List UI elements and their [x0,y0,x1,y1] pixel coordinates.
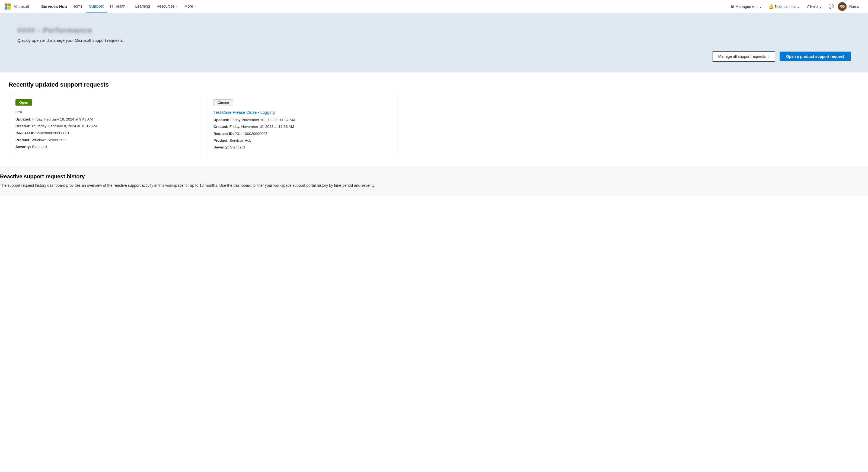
card-severity-2: Severity: Standard [214,145,392,150]
nav-links: Home Support IT Health ⌄ Learning Resour… [69,0,728,13]
hero-subtitle: Quickly open and manage your Microsoft s… [18,38,850,42]
card-updated-1: Updated: Friday, February 16, 2024 at 9:… [16,117,193,122]
resources-chevron-icon: ⌄ [176,5,178,8]
nav-resources[interactable]: Resources ⌄ [153,0,181,13]
app-name[interactable]: Services Hub [41,4,67,9]
card-created-2: Created: Friday, November 10, 2023 at 11… [214,124,392,129]
notifications-chevron-icon: ⌄ [797,4,800,9]
open-support-request-button[interactable]: Open a product support request [780,52,850,61]
nav-management[interactable]: ⚙ Management ⌄ [728,0,765,13]
status-badge-closed: Closed [214,99,233,106]
brand-divider [35,3,35,10]
svg-rect-1 [8,3,11,6]
card-updated-2: Updated: Friday, November 10, 2023 at 11… [214,117,392,123]
user-chevron-icon: ⌄ [862,5,864,8]
card-request-id-2: Request ID: 2311100020000005 [214,131,392,137]
help-icon: ? [806,4,809,9]
case-link-2[interactable]: Test Case Please Close - Logging [214,110,392,115]
support-card-2: Closed Test Case Please Close - Logging … [207,94,398,157]
nav-learning[interactable]: Learning [132,0,153,13]
nav-chat[interactable]: 💬 [826,0,837,13]
card-product-1: Product: Windows Server 2022 [16,137,193,143]
management-chevron-icon: ⌄ [759,4,762,9]
history-description: The support request history dashboard pr… [0,182,380,188]
nav-more[interactable]: More ⌄ [181,0,199,13]
user-name-label: Rama [849,4,859,9]
help-chevron-icon: ⌄ [819,4,822,9]
card-severity-1: Severity: Standard [16,144,193,150]
manage-all-requests-button[interactable]: Manage all support requests › [713,51,775,62]
it-health-chevron-icon: ⌄ [126,5,129,8]
card-request-id-1: Request ID: 2402080020000001 [16,130,193,136]
nav-it-health[interactable]: IT Health ⌄ [107,0,132,13]
nav-help[interactable]: ? Help ⌄ [804,0,825,13]
chevron-right-icon: › [768,54,770,59]
recently-updated-title: Recently updated support requests [9,81,398,88]
navbar: Microsoft Services Hub Home Support IT H… [0,0,868,13]
case-link-1[interactable]: test [16,109,193,114]
hero-buttons: Manage all support requests › Open a pro… [18,51,850,62]
hero-title: #### - Performance [18,26,850,35]
card-created-1: Created: Thursday, February 8, 2024 at 1… [16,123,193,129]
brand: Microsoft Services Hub [4,3,67,10]
card-product-2: Product: Services Hub [214,138,392,143]
svg-rect-0 [5,3,8,6]
history-title: Reactive support request history [0,173,868,180]
nav-right: ⚙ Management ⌄ 🔔 Notifications ⌄ ? Help … [728,0,864,13]
status-badge-open: Open [16,99,32,106]
nav-notifications[interactable]: 🔔 Notifications ⌄ [766,0,803,13]
more-chevron-icon: ⌄ [194,5,196,8]
avatar[interactable]: RG [838,2,846,11]
main-content: Recently updated support requests Open t… [0,72,407,157]
nav-home[interactable]: Home [69,0,86,13]
microsoft-logo-icon [4,3,11,10]
support-card-1: Open test Updated: Friday, February 16, … [9,94,200,157]
svg-rect-3 [8,6,11,9]
nav-support[interactable]: Support [86,0,107,13]
support-cards-row: Open test Updated: Friday, February 16, … [9,94,398,157]
svg-rect-2 [5,6,8,9]
hero-section: #### - Performance Quickly open and mana… [0,13,868,72]
chat-icon: 💬 [829,4,834,9]
microsoft-label: Microsoft [13,4,29,9]
gear-icon: ⚙ [731,4,734,9]
bell-icon: 🔔 [769,4,774,9]
history-section: Reactive support request history The sup… [0,166,868,196]
